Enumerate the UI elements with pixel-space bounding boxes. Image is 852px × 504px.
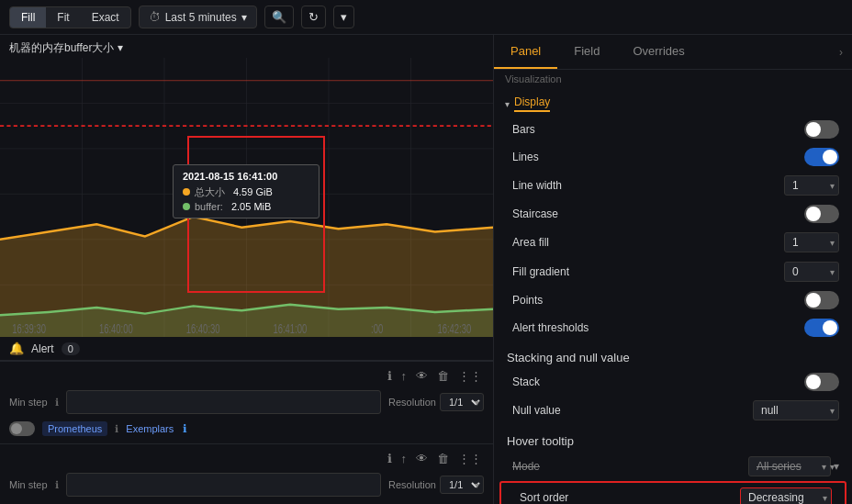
bars-control bbox=[804, 120, 839, 139]
stack-toggle[interactable] bbox=[804, 373, 839, 391]
staircase-row: Staircase bbox=[494, 200, 852, 228]
mode-label: Mode bbox=[512, 460, 748, 473]
area-fill-select[interactable]: 10 bbox=[784, 232, 839, 252]
time-range-select[interactable]: ⏱ Last 5 minutes ▾ bbox=[139, 6, 257, 28]
staircase-toggle[interactable] bbox=[804, 205, 839, 223]
chart-area: 机器的内存buffer大小 ▾ bbox=[0, 35, 493, 337]
fill-gradient-select[interactable]: 01 bbox=[784, 262, 839, 282]
query-row-1: Min step ℹ Resolution 1/1 bbox=[0, 386, 493, 418]
min-step-info-1[interactable]: ℹ bbox=[55, 397, 59, 409]
more-button[interactable]: ▾ bbox=[333, 6, 354, 28]
query-meta-row-1: Prometheus ℹ Exemplars ℹ bbox=[0, 418, 493, 440]
time-chevron-icon: ▾ bbox=[241, 11, 247, 24]
trash-icon-2[interactable]: 🗑 bbox=[435, 450, 451, 467]
min-step-label-1: Min step bbox=[9, 397, 48, 408]
points-toggle[interactable] bbox=[804, 291, 839, 309]
lines-toggle[interactable] bbox=[804, 148, 839, 166]
info-icon-1[interactable]: ℹ bbox=[386, 367, 394, 385]
source-tag-1: Prometheus bbox=[42, 421, 107, 436]
points-label: Points bbox=[512, 294, 804, 307]
svg-text:16:41:00: 16:41:00 bbox=[273, 321, 307, 337]
resolution-select-wrapper-2: 1/1 bbox=[440, 476, 484, 494]
source-info-1[interactable]: ℹ bbox=[115, 423, 118, 435]
info-icon-2[interactable]: ℹ bbox=[386, 450, 394, 467]
resolution-select-1[interactable]: 1/1 bbox=[440, 393, 484, 411]
query-row-2: Min step ℹ Resolution 1/1 bbox=[0, 469, 493, 500]
chart-title[interactable]: 机器的内存buffer大小 ▾ bbox=[0, 35, 493, 58]
alert-thresholds-toggle[interactable] bbox=[804, 319, 839, 337]
mode-select[interactable]: All series bbox=[748, 456, 831, 476]
area-fill-label: Area fill bbox=[512, 236, 784, 249]
fill-fit-exact-group: Fill Fit Exact bbox=[9, 6, 131, 28]
upload-icon-1[interactable]: ↑ bbox=[399, 367, 409, 385]
exact-button[interactable]: Exact bbox=[81, 7, 130, 28]
sort-order-select[interactable]: Increasing Decreasing None bbox=[740, 487, 832, 504]
visualization-label: Visualization bbox=[505, 73, 562, 84]
eye-icon-1[interactable]: 👁 bbox=[414, 367, 430, 385]
fill-button[interactable]: Fill bbox=[10, 7, 46, 28]
top-toolbar: Fill Fit Exact ⏱ Last 5 minutes ▾ 🔍 ↻ ▾ bbox=[0, 0, 852, 35]
line-width-row: Line width 123 bbox=[494, 171, 852, 200]
eye-icon-2[interactable]: 👁 bbox=[414, 450, 430, 467]
tab-overrides[interactable]: Overrides bbox=[616, 35, 701, 69]
min-step-info-2[interactable]: ℹ bbox=[55, 479, 59, 491]
min-step-label-2: Min step bbox=[9, 479, 48, 490]
stack-control bbox=[804, 373, 839, 391]
query-toggle-1[interactable] bbox=[9, 421, 35, 436]
null-value-control: null connected null as zero bbox=[753, 400, 839, 420]
query-toolbar-1: ℹ ↑ 👁 🗑 ⋮⋮ bbox=[0, 365, 493, 386]
line-width-select[interactable]: 123 bbox=[784, 175, 839, 196]
stack-label: Stack bbox=[512, 375, 804, 388]
resolution-group-1: Resolution 1/1 bbox=[388, 393, 484, 411]
tab-panel[interactable]: Panel bbox=[494, 35, 557, 69]
panel-expand-arrow[interactable]: › bbox=[830, 37, 852, 68]
staircase-label: Staircase bbox=[512, 207, 804, 220]
alert-row: 🔔 Alert 0 bbox=[0, 337, 493, 360]
more-icon-2[interactable]: ⋮⋮ bbox=[456, 450, 484, 467]
min-step-input-2[interactable] bbox=[66, 473, 381, 497]
alert-label: Alert bbox=[31, 342, 54, 355]
null-value-row: Null value null connected null as zero bbox=[494, 396, 852, 425]
alert-thresholds-row: Alert thresholds bbox=[494, 314, 852, 342]
resolution-select-2[interactable]: 1/1 bbox=[440, 476, 484, 494]
resolution-select-wrapper-1: 1/1 bbox=[440, 393, 484, 411]
more-icon-1[interactable]: ⋮⋮ bbox=[456, 367, 484, 385]
zoom-in-button[interactable]: 🔍 bbox=[264, 6, 294, 28]
null-value-select[interactable]: null connected null as zero bbox=[753, 400, 839, 420]
points-row: Points bbox=[494, 286, 852, 314]
tab-field[interactable]: Field bbox=[557, 35, 616, 69]
left-panel: 机器的内存buffer大小 ▾ bbox=[0, 35, 494, 504]
hover-tooltip-section-title: Hover tooltip bbox=[494, 425, 852, 452]
area-fill-control: 10 bbox=[784, 232, 839, 252]
line-width-label: Line width bbox=[512, 179, 784, 192]
refresh-button[interactable]: ↻ bbox=[301, 6, 326, 28]
svg-text::00: :00 bbox=[371, 321, 383, 337]
min-step-input-1[interactable] bbox=[66, 390, 381, 414]
bars-row: Bars bbox=[494, 116, 852, 143]
chart-svg: 16:39:30 16:40:00 16:40:30 16:41:00 :00 … bbox=[0, 58, 493, 337]
stack-row: Stack bbox=[494, 368, 852, 396]
mode-chevron-icon: ▾ bbox=[834, 460, 839, 473]
trash-icon-1[interactable]: 🗑 bbox=[435, 367, 451, 385]
upload-icon-2[interactable]: ↑ bbox=[399, 450, 409, 467]
right-content: Visualization ▾ Display Bars Lines bbox=[494, 70, 852, 504]
sort-order-select-wrapper: Increasing Decreasing None bbox=[740, 487, 832, 504]
bars-toggle[interactable] bbox=[804, 120, 839, 139]
main-area: 机器的内存buffer大小 ▾ bbox=[0, 35, 852, 504]
right-panel: Panel Field Overrides › Visualization ▾ … bbox=[494, 35, 852, 504]
svg-text:16:40:00: 16:40:00 bbox=[99, 321, 133, 337]
alert-badge: 0 bbox=[62, 342, 80, 355]
exemplars-icon-1: ℹ bbox=[183, 422, 187, 435]
resolution-label-1: Resolution bbox=[388, 397, 436, 408]
lines-control bbox=[804, 148, 839, 166]
fit-button[interactable]: Fit bbox=[46, 7, 80, 28]
sort-order-label: Sort order bbox=[520, 491, 740, 504]
svg-text:16:39:30: 16:39:30 bbox=[12, 321, 46, 337]
visualization-section: Visualization bbox=[494, 70, 852, 88]
area-fill-row: Area fill 10 bbox=[494, 228, 852, 257]
fill-gradient-control: 01 bbox=[784, 262, 839, 282]
mode-select-wrapper: All series bbox=[748, 456, 831, 476]
display-section-header[interactable]: ▾ Display bbox=[494, 88, 852, 116]
display-section-label: Display bbox=[514, 95, 550, 112]
mode-row: Mode All series ▾ bbox=[494, 452, 852, 481]
